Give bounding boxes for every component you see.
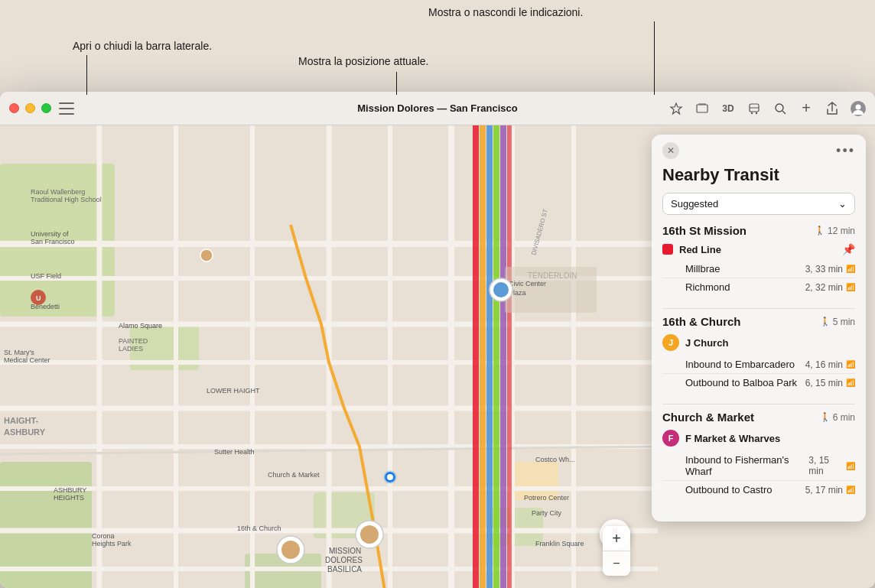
maximize-button[interactable] [41, 103, 51, 113]
svg-rect-42 [493, 125, 499, 588]
minimize-button[interactable] [25, 103, 35, 113]
add-button[interactable]: + [799, 101, 814, 116]
svg-text:Raoul Wallenberg: Raoul Wallenberg [31, 188, 85, 196]
svg-point-89 [281, 541, 300, 559]
line-name-red: Red Line [679, 244, 842, 255]
signal-icon: 📶 [846, 378, 855, 387]
section-walk-church: 🚶 5 min [820, 317, 855, 327]
svg-text:San Francisco: San Francisco [31, 238, 75, 245]
section-title-church: 16th & Church [662, 315, 741, 328]
svg-line-7 [782, 111, 786, 114]
dest-row-balboa[interactable]: Outbound to Balboa Park 6, 15 min 📶 [662, 374, 855, 391]
svg-text:ASHBURY: ASHBURY [4, 427, 46, 437]
signal-icon: 📶 [846, 462, 855, 470]
signal-icon: 📶 [846, 486, 855, 494]
j-line-badge: J [662, 334, 679, 351]
layers-button[interactable] [694, 101, 710, 116]
app-window: Mission Dolores — San Francisco 3D [0, 92, 875, 588]
svg-text:Medical Center: Medical Center [4, 356, 50, 364]
svg-point-87 [200, 249, 213, 262]
map-container[interactable]: Raoul Wallenberg Traditional High School… [0, 125, 875, 588]
svg-text:Alamo Square: Alamo Square [119, 322, 162, 330]
search-button[interactable] [773, 101, 788, 116]
directions-annotation: Mostra o nascondi le indicazioni. [428, 6, 583, 18]
svg-text:Church & Market: Church & Market [268, 471, 320, 479]
dest-time: 3, 15 min 📶 [808, 455, 855, 476]
svg-point-3 [751, 112, 753, 113]
dest-name: Richmond [685, 281, 730, 293]
chevron-down-icon: ⌄ [838, 198, 847, 210]
avatar-button[interactable] [851, 101, 866, 116]
panel-content: 16th St Mission 🚶 12 min Red Line 📌 Mill… [652, 224, 866, 521]
zoom-in-button[interactable]: + [603, 526, 630, 551]
transit-section-16th-st-mission: 16th St Mission 🚶 12 min Red Line 📌 Mill… [662, 224, 855, 296]
line-row-red: Red Line 📌 [662, 243, 855, 255]
svg-text:Heights Park: Heights Park [92, 540, 132, 547]
sidebar-toggle-button[interactable] [59, 102, 74, 115]
svg-point-4 [756, 112, 757, 113]
svg-text:University of: University of [31, 230, 69, 238]
dropdown-value: Suggested [671, 198, 718, 210]
dest-name: Inbound to Fisherman's Wharf [685, 454, 808, 477]
dest-name: Millbrae [685, 263, 720, 275]
dest-row-millbrae[interactable]: Millbrae 3, 33 min 📶 [662, 260, 855, 278]
svg-point-91 [493, 282, 509, 297]
location-button[interactable] [668, 101, 684, 116]
svg-text:MISSION: MISSION [329, 547, 361, 555]
close-button[interactable] [9, 103, 19, 113]
window-title: Mission Dolores — San Francisco [357, 102, 518, 114]
3d-button[interactable]: 3D [720, 101, 736, 116]
dest-row-fishermans[interactable]: Inbound to Fisherman's Wharf 3, 15 min 📶 [662, 451, 855, 481]
svg-text:Potrero Center: Potrero Center [524, 494, 569, 502]
section-title-market: Church & Market [662, 411, 754, 424]
dest-time: 2, 32 min 📶 [805, 282, 855, 293]
f-line-badge: F [662, 430, 679, 447]
svg-text:U: U [36, 294, 41, 302]
red-line-badge [662, 244, 673, 255]
panel-close-button[interactable]: ✕ [662, 142, 679, 159]
transit-section-church-market: Church & Market 🚶 6 min F F Market & Wha… [662, 411, 855, 499]
dest-name: Outbound to Balboa Park [685, 377, 797, 388]
transit-panel: ✕ ••• Nearby Transit Suggested ⌄ 16th St… [652, 135, 866, 521]
panel-title: Nearby Transit [652, 162, 866, 193]
zoom-out-button[interactable]: − [603, 551, 630, 576]
section-header-church: 16th & Church 🚶 5 min [662, 315, 855, 328]
dest-row-castro[interactable]: Outbound to Castro 5, 17 min 📶 [662, 481, 855, 499]
svg-point-6 [776, 104, 783, 112]
svg-rect-41 [486, 125, 493, 588]
svg-rect-1 [698, 103, 706, 105]
titlebar-actions: 3D + [668, 101, 866, 116]
svg-rect-43 [500, 125, 506, 588]
svg-point-9 [856, 104, 861, 109]
dest-name: Inbound to Embarcadero [685, 359, 795, 370]
position-annotation: Mostra la posizione attuale. [298, 55, 428, 67]
transit-button[interactable] [747, 101, 762, 116]
svg-text:Party City: Party City [532, 509, 562, 517]
svg-text:ASHBURY: ASHBURY [54, 486, 86, 494]
panel-more-button[interactable]: ••• [836, 143, 855, 159]
dest-name: Outbound to Castro [685, 484, 772, 495]
svg-rect-39 [473, 125, 479, 588]
traffic-lights [9, 103, 51, 113]
svg-text:St. Mary's: St. Mary's [4, 349, 34, 356]
svg-text:Costco Wh...: Costco Wh... [535, 456, 575, 463]
dropdown-suggested[interactable]: Suggested ⌄ [662, 193, 855, 215]
line-row-j: J J Church [662, 334, 855, 351]
dest-time: 6, 15 min 📶 [805, 378, 855, 388]
walk-icon: 🚶 [815, 226, 825, 236]
walk-icon: 🚶 [820, 412, 831, 422]
transit-section-16th-church: 16th & Church 🚶 5 min J J Church Inbound… [662, 315, 855, 391]
section-divider [662, 404, 855, 404]
dest-row-embarcadero[interactable]: Inbound to Embarcadero 4, 16 min 📶 [662, 356, 855, 374]
sidebar-annotation: Apri o chiudi la barra laterale. [73, 40, 212, 52]
signal-icon: 📶 [846, 265, 855, 273]
dest-row-richmond[interactable]: Richmond 2, 32 min 📶 [662, 278, 855, 296]
svg-rect-40 [480, 125, 486, 588]
titlebar: Mission Dolores — San Francisco 3D [0, 92, 875, 125]
svg-text:HEIGHTS: HEIGHTS [54, 494, 84, 502]
section-header-16th: 16th St Mission 🚶 12 min [662, 224, 855, 237]
svg-text:PAINTED: PAINTED [119, 337, 148, 345]
svg-rect-0 [697, 105, 707, 112]
section-title-16th: 16th St Mission [662, 224, 747, 237]
share-button[interactable] [825, 101, 840, 116]
